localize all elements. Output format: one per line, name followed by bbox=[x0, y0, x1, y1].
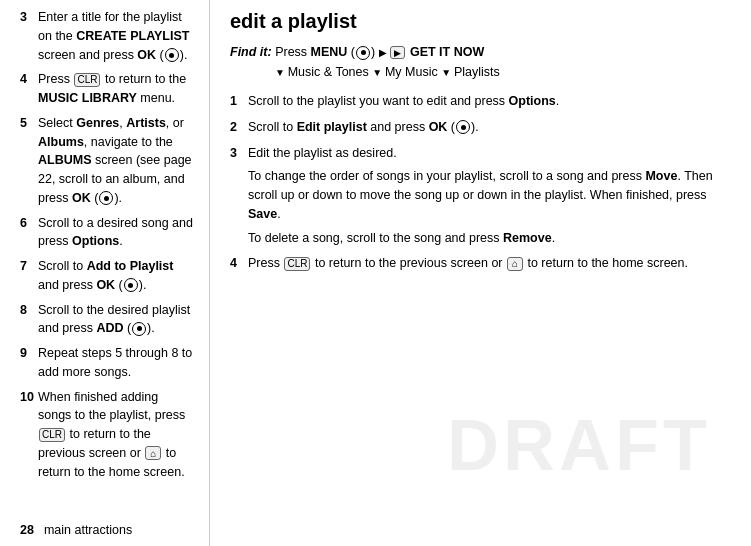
press-text: Press bbox=[275, 45, 310, 59]
menu-label: MENU bbox=[311, 45, 348, 59]
right-step-3-sub1: To change the order of songs in your pla… bbox=[248, 167, 731, 223]
get-it-now-label: GET IT NOW bbox=[410, 45, 484, 59]
right-step-3: 3 Edit the playlist as desired. To chang… bbox=[230, 144, 731, 248]
ok-circle-icon bbox=[165, 48, 179, 62]
right-step-2: 2 Scroll to Edit playlist and press OK (… bbox=[230, 118, 731, 137]
nav-my-music: My Music bbox=[385, 65, 438, 79]
ok-circle-icon-right bbox=[456, 120, 470, 134]
page-number: 28 bbox=[20, 521, 34, 540]
nav-music-tones: Music & Tones bbox=[288, 65, 369, 79]
home-icon-right: ⌂ bbox=[507, 257, 523, 271]
menu-circle-icon bbox=[356, 46, 370, 60]
add-circle-icon bbox=[132, 322, 146, 336]
right-steps-list: 1 Scroll to the playlist you want to edi… bbox=[230, 92, 731, 273]
right-step-4: 4 Press CLR to return to the previous sc… bbox=[230, 254, 731, 273]
left-step-8: 8 Scroll to the desired playlist and pre… bbox=[20, 301, 195, 339]
right-step-3-sub2: To delete a song, scroll to the song and… bbox=[248, 229, 731, 248]
ok-circle-icon-2 bbox=[99, 191, 113, 205]
nav-playlists: Playlists bbox=[454, 65, 500, 79]
left-step-6: 6 Scroll to a desired song and press Opt… bbox=[20, 214, 195, 252]
clr-icon-right: CLR bbox=[284, 257, 310, 271]
right-column: edit a playlist Find it: Press MENU () ▶… bbox=[210, 0, 751, 546]
right-arrow-icon: ▶ bbox=[379, 47, 390, 58]
down-arrow-3: ▼ bbox=[441, 67, 454, 78]
left-steps-list: 3 Enter a title for the playlist on the … bbox=[20, 8, 195, 481]
find-it-line: Find it: Press MENU () ▶ ▶ GET IT NOW ▼ … bbox=[230, 42, 731, 82]
clr-icon-2: CLR bbox=[39, 428, 65, 442]
footer-label: main attractions bbox=[44, 521, 132, 540]
page-title: edit a playlist bbox=[230, 6, 731, 36]
left-step-7: 7 Scroll to Add to Playlist and press OK… bbox=[20, 257, 195, 295]
left-column: 3 Enter a title for the playlist on the … bbox=[0, 0, 210, 546]
down-arrow-1: ▼ bbox=[275, 67, 288, 78]
home-icon: ⌂ bbox=[145, 446, 161, 460]
get-it-now-icon: ▶ bbox=[390, 46, 405, 59]
ok-circle-icon-3 bbox=[124, 278, 138, 292]
right-step-1: 1 Scroll to the playlist you want to edi… bbox=[230, 92, 731, 111]
left-step-3: 3 Enter a title for the playlist on the … bbox=[20, 8, 195, 64]
down-arrow-2: ▼ bbox=[372, 67, 385, 78]
left-step-9: 9 Repeat steps 5 through 8 to add more s… bbox=[20, 344, 195, 382]
find-it-label: Find it: bbox=[230, 45, 272, 59]
clr-icon: CLR bbox=[74, 73, 100, 87]
left-step-10: 10 When finished adding songs to the pla… bbox=[20, 388, 195, 482]
left-step-5: 5 Select Genres, Artists, or Albums, nav… bbox=[20, 114, 195, 208]
left-step-4: 4 Press CLR to return to the MUSIC LIBRA… bbox=[20, 70, 195, 108]
